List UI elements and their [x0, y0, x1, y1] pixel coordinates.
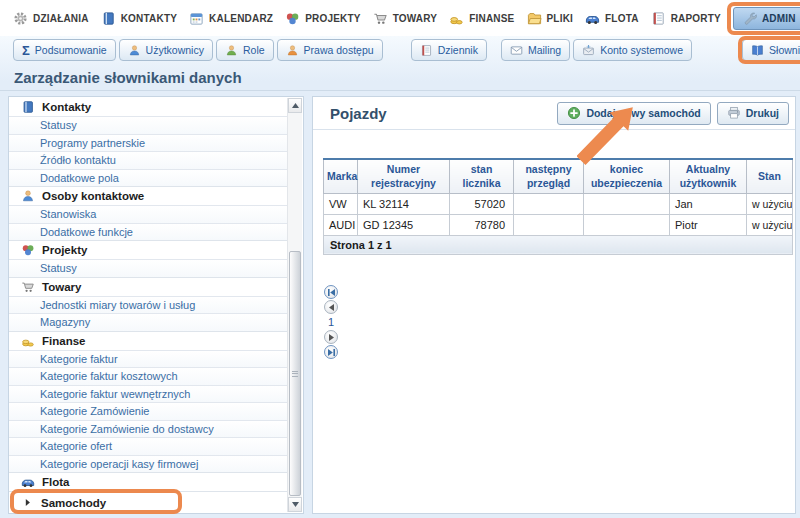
content-header: Pojazdy Dodaj nowy samochód Drukuj	[313, 97, 795, 130]
skip-first-icon	[327, 288, 336, 297]
cell-stan: w użyciu	[747, 214, 793, 235]
book-icon	[101, 11, 116, 26]
sidebar-item-label: Kategorie ofert	[40, 440, 112, 452]
cell-stan: w użyciu	[747, 193, 793, 214]
tab-group-3: Słowniki danychKonfiguracja	[742, 39, 800, 65]
sidebar-item-dodatkowe-pola[interactable]: Dodatkowe pola	[9, 169, 287, 187]
sidebar-item-label: Dodatkowe pola	[40, 172, 119, 184]
journal-icon	[420, 44, 433, 57]
tab-slowniki-danych[interactable]: Słowniki danych	[742, 39, 800, 61]
nav-item-raporty[interactable]: RAPORTY	[651, 11, 721, 26]
sidebar-item-label: Magazyny	[40, 316, 90, 328]
current-page[interactable]: 1	[324, 315, 334, 329]
nav-item-dzialania[interactable]: DZIAŁANIA	[13, 11, 89, 26]
tab-podsumowanie[interactable]: ΣPodsumowanie	[13, 39, 116, 61]
sidebar-section-flota: Flota	[9, 472, 287, 491]
tab-group-2: MailingKonto systemowe	[501, 39, 692, 65]
print-button[interactable]: Drukuj	[717, 102, 789, 125]
user-orange-icon	[286, 44, 299, 57]
tab-dziennik[interactable]: Dziennik	[411, 39, 487, 61]
next-page-button[interactable]	[324, 330, 338, 344]
sidebar-list: KontaktyStatusyProgramy partnerskieŹródł…	[9, 97, 287, 513]
sidebar-item-samochody[interactable]: Samochody	[9, 491, 287, 513]
sidebar-item-kategorie-zamowienie[interactable]: Kategorie Zamówienie	[9, 402, 287, 420]
sidebar-item-jednostki-miary-towarow-i-uslug[interactable]: Jednostki miary towarów i usług	[9, 296, 287, 314]
sidebar-item-label: Kategorie Zamówienie do dostawcy	[40, 423, 214, 435]
nav-item-label: PROJEKTY	[305, 13, 361, 24]
tab-mailing[interactable]: Mailing	[501, 39, 570, 61]
chevron-right-icon	[22, 497, 33, 508]
table-row: VWKL 3211457020Janw użyciu	[324, 193, 793, 214]
sidebar-item-kategorie-faktur-kosztowych[interactable]: Kategorie faktur kosztowych	[9, 367, 287, 385]
table-header-row: MarkaNumer rejestracyjnystan licznikanas…	[324, 159, 793, 193]
first-page-button[interactable]	[324, 285, 338, 299]
sidebar-item-kategorie-operacji-kasy-firmowej[interactable]: Kategorie operacji kasy firmowej	[9, 455, 287, 473]
sidebar-item-statusy[interactable]: Statusy	[9, 116, 287, 134]
wrench-icon	[742, 11, 757, 26]
app-window: DZIAŁANIAKONTAKTYKALENDARZPROJEKTYTOWARY…	[0, 0, 800, 518]
sidebar-item-label: Źródło kontaktu	[40, 154, 116, 166]
nav-item-towary[interactable]: TOWARY	[373, 11, 438, 26]
sidebar-item-kategorie-faktur[interactable]: Kategorie faktur	[9, 350, 287, 368]
nav-item-projekty[interactable]: PROJEKTY	[285, 11, 361, 26]
sidebar-item-dodatkowe-funkcje[interactable]: Dodatkowe funkcje	[9, 223, 287, 241]
cell-nastepny-przeglad	[514, 214, 584, 235]
column-header-nastepny-przeglad: następny przegląd	[514, 159, 584, 193]
nav-item-kontakty[interactable]: KONTAKTY	[101, 11, 177, 26]
book-icon	[21, 100, 35, 114]
sidebar-item-kategorie-ofert[interactable]: Kategorie ofert	[9, 437, 287, 455]
header-buttons: Dodaj nowy samochód Drukuj	[557, 102, 795, 125]
cell-numer-rejestracyjny: GD 12345	[358, 214, 450, 235]
nav-item-label: PLIKI	[547, 13, 574, 24]
sidebar-section-kontakty: Kontakty	[9, 97, 287, 116]
sidebar-section-finanse: Finanse	[9, 331, 287, 350]
tab-konto-systemowe[interactable]: Konto systemowe	[573, 39, 692, 61]
coins-icon	[449, 11, 464, 26]
sidebar-scrollbar[interactable]	[287, 98, 302, 512]
nav-item-kalendarz[interactable]: KALENDARZ	[189, 11, 273, 26]
nav-item-flota[interactable]: FLOTA	[585, 11, 639, 26]
cell-aktualny-uzytkownik: Piotr	[670, 214, 747, 235]
prev-page-button[interactable]	[324, 300, 338, 314]
folder-icon	[527, 11, 542, 26]
column-header-koniec-ubezpieczenia: koniec ubezpieczenia	[584, 159, 670, 193]
next-icon	[327, 333, 336, 342]
sidebar-item-programy-partnerskie[interactable]: Programy partnerskie	[9, 134, 287, 152]
page-title: Zarządzanie słownikami danych	[14, 69, 242, 86]
scroll-down-button[interactable]	[288, 497, 302, 512]
sidebar-section-title: Projekty	[42, 244, 87, 256]
nav-item-label: FINANSE	[469, 13, 514, 24]
sidebar-section-osoby-kontaktowe: Osoby kontaktowe	[9, 186, 287, 205]
sidebar-item-magazyny[interactable]: Magazyny	[9, 313, 287, 331]
sigma-icon: Σ	[22, 44, 30, 57]
sidebar-item-zrodlo-kontaktu[interactable]: Źródło kontaktu	[9, 151, 287, 169]
cell-nastepny-przeglad	[514, 193, 584, 214]
column-header-stan-licznika: stan licznika	[450, 159, 514, 193]
cell-marka: AUDI	[324, 214, 358, 235]
tab-uzytkownicy[interactable]: Użytkownicy	[119, 39, 213, 61]
last-page-button[interactable]	[324, 345, 338, 359]
sidebar-item-label: Samochody	[41, 497, 106, 509]
scroll-up-button[interactable]	[288, 98, 302, 113]
tab-label: Użytkownicy	[146, 44, 204, 56]
projects-icon	[21, 243, 35, 257]
content-title: Pojazdy	[313, 105, 557, 122]
vehicles-table: MarkaNumer rejestracyjnystan licznikanas…	[323, 158, 793, 255]
tab-role[interactable]: Role	[216, 39, 274, 61]
scrollbar-thumb[interactable]	[289, 251, 301, 496]
cell-numer-rejestracyjny: KL 32114	[358, 193, 450, 214]
sidebar-item-kategorie-zamowienie-do-dostawcy[interactable]: Kategorie Zamówienie do dostawcy	[9, 420, 287, 438]
mail-system-icon	[582, 44, 595, 57]
add-vehicle-button[interactable]: Dodaj nowy samochód	[557, 102, 710, 125]
tab-prawa-dostepu[interactable]: Prawa dostępu	[277, 39, 383, 61]
nav-item-admin[interactable]: ADMIN	[733, 7, 800, 30]
nav-item-finanse[interactable]: FINANSE	[449, 11, 514, 26]
car-icon	[585, 11, 600, 26]
sidebar-item-label: Stanowiska	[40, 208, 96, 220]
content-panel: Pojazdy Dodaj nowy samochód Drukuj Marka…	[312, 96, 796, 514]
sidebar-item-stanowiska[interactable]: Stanowiska	[9, 205, 287, 223]
sidebar-item-kategorie-faktur-wewnetrznych[interactable]: Kategorie faktur wewnętrznych	[9, 385, 287, 403]
sidebar-item-statusy[interactable]: Statusy	[9, 259, 287, 277]
nav-item-pliki[interactable]: PLIKI	[527, 11, 574, 26]
sidebar-item-label: Statusy	[40, 119, 77, 131]
